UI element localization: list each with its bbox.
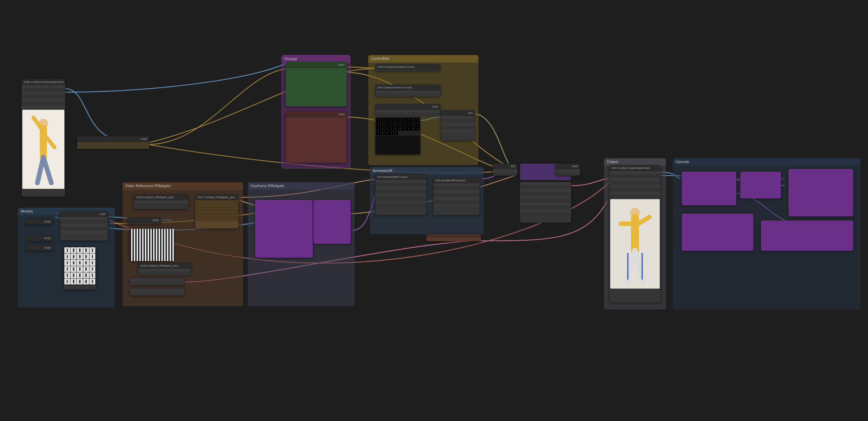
group-label: Models [21, 209, 33, 213]
stripes-preview [130, 229, 174, 261]
group-label: Video Reference IPAdapter [125, 184, 171, 188]
node-video-loader[interactable]: #186 ComfyUI-VideoHelperSuite [21, 79, 65, 197]
node-title: #107 [286, 62, 347, 68]
node-title: #13 [441, 110, 475, 116]
node-upscale-d[interactable] [681, 213, 754, 251]
node-video-combine[interactable]: #90 ComfyUI-VideoHelperSuite [609, 165, 661, 303]
node-keyframe-purple-b[interactable] [313, 199, 351, 244]
node-animdiff-79[interactable]: #79 AnimateDiff Evolved [375, 174, 427, 215]
node-136[interactable]: #136 [25, 219, 53, 225]
node-title: #149 [556, 164, 580, 169]
pose-thumbnails [375, 117, 420, 136]
node-upscale-a[interactable] [681, 171, 737, 206]
node-stripe-preview[interactable] [129, 228, 174, 261]
group-label: Output [607, 160, 618, 164]
node-cn-apply[interactable]: #13 [441, 110, 475, 141]
node-pose-grid[interactable] [375, 117, 421, 155]
node-title: #53 [493, 164, 517, 169]
node-upscale-e[interactable] [761, 220, 854, 251]
node-prompt-negative[interactable]: #105 [286, 111, 347, 163]
node-title: #108 ComfyUI_IPAdapter_plus [134, 195, 188, 200]
node-title: #186 [25, 245, 53, 251]
node-cn-infer[interactable]: #94 ComfyUI Nodes for Infe... [375, 85, 441, 97]
group-label: Upscale [676, 160, 689, 164]
group-label: ControlNet [371, 56, 389, 61]
output-video-preview [610, 199, 660, 289]
node-title: #136 [25, 219, 53, 225]
node-186-b[interactable]: #186 [25, 245, 53, 251]
node-style-extra-b[interactable] [129, 288, 184, 296]
node-prompt-positive[interactable]: #107 [286, 62, 347, 107]
node-graph-canvas[interactable]: Models Video Reference IPAdapter Keyfram… [0, 0, 868, 421]
group-label: Keyframe IPAdapter [251, 184, 284, 188]
frame-thumbnails [64, 247, 96, 285]
input-video-preview [22, 110, 64, 189]
node-title: #148 [77, 137, 149, 142]
node-title: #90 ComfyUI-VideoHelperSuite [610, 165, 660, 171]
node-143[interactable]: #143 [25, 235, 53, 241]
node-style-extra-a[interactable] [129, 278, 184, 285]
node-title: #103 [375, 104, 440, 110]
node-frame-batch-preview[interactable] [63, 246, 96, 290]
node-title: #79 AnimateDiff Evolved [375, 174, 426, 180]
node-cn-advanced[interactable]: #78 ComfyUI-Advanced-Contr... [375, 64, 441, 72]
node-title: #143 [25, 236, 53, 241]
node-ksampler-main[interactable] [520, 182, 571, 223]
node-keyframe-purple-a[interactable] [255, 199, 313, 258]
node-animdiff-83[interactable]: #83 AnimateDiff Evolved [433, 177, 480, 215]
node-upscale-c[interactable] [788, 169, 854, 217]
node-title: #78 ComfyUI-Advanced-Contr... [375, 64, 440, 70]
node-ipadapter-108[interactable]: #108 ComfyUI_IPAdapter_plus [134, 194, 189, 209]
node-title: #186 ComfyUI-VideoHelperSuite [22, 79, 65, 85]
node-195[interactable]: #195 [127, 217, 161, 224]
node-title: #107 ComfyUI_IPAdapter_plus [195, 195, 239, 200]
node-53[interactable]: #53 [493, 163, 518, 176]
node-cn-103[interactable]: #103 [375, 104, 441, 116]
node-148[interactable]: #148 [77, 136, 149, 149]
node-185[interactable]: #185 [60, 211, 108, 241]
node-title: #195 [128, 218, 161, 223]
node-title: #83 AnimateDiff Evolved [433, 178, 479, 183]
node-upscale-b[interactable] [740, 171, 781, 199]
node-title: #105 [286, 112, 347, 117]
node-ipadapter-106[interactable]: #106 ComfyUI_IPAdapter_plus [138, 263, 191, 275]
node-ipadapter-107[interactable]: #107 ComfyUI_IPAdapter_plus [195, 194, 239, 229]
node-149[interactable]: #149 [555, 163, 580, 176]
node-latent-empty[interactable] [426, 234, 481, 241]
group-label: AnimateDiff [373, 169, 392, 173]
node-title: #185 [60, 212, 108, 217]
node-title: #106 ComfyUI_IPAdapter_plus [138, 263, 191, 269]
node-title: #94 ComfyUI Nodes for Infe... [375, 85, 440, 90]
group-label: Prompt [285, 57, 297, 61]
